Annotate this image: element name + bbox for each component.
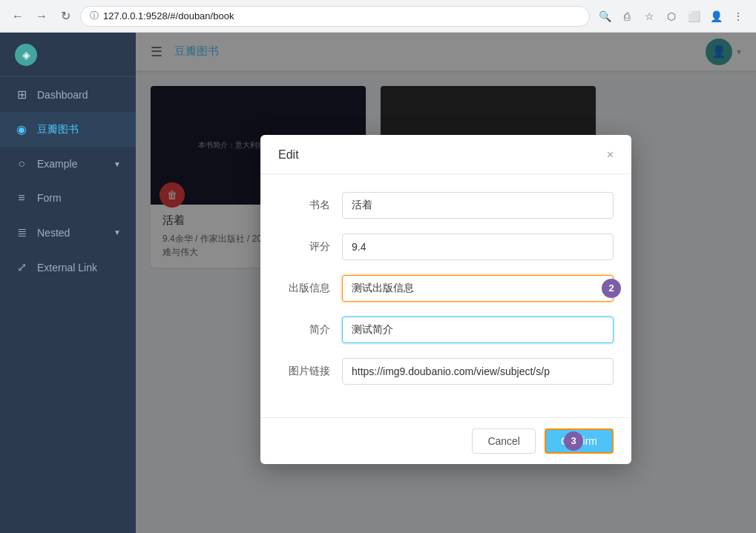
- sidebar-item-label: Dashboard: [37, 89, 88, 101]
- book-name-input[interactable]: [342, 192, 614, 219]
- modal-header: Edit ×: [260, 135, 631, 174]
- modal-title: Edit: [278, 148, 299, 162]
- extension-icon[interactable]: ⬡: [663, 7, 680, 25]
- sidebar-logo: ◈: [0, 33, 136, 77]
- sidebar-item-external[interactable]: ⤢ External Link: [0, 250, 136, 285]
- modal-footer: 3 Cancel Confirm: [260, 417, 631, 464]
- image-url-input[interactable]: [342, 358, 614, 385]
- back-button[interactable]: ←: [9, 7, 27, 25]
- sidebar-item-label: Example: [37, 158, 77, 170]
- publisher-label: 出版信息: [278, 282, 330, 295]
- chevron-down-icon: ▼: [114, 228, 121, 236]
- address-bar[interactable]: ⓘ 127.0.0.1:9528/#/douban/book: [80, 6, 590, 27]
- step-2-badge: 2: [602, 279, 621, 298]
- summary-label: 简介: [278, 323, 330, 337]
- book-name-label: 书名: [278, 199, 330, 212]
- image-url-row: 图片链接: [278, 358, 614, 385]
- sidebar-item-label: Form: [37, 192, 62, 204]
- sidebar-item-label: 豆瓣图书: [37, 123, 79, 136]
- rating-input[interactable]: [342, 234, 614, 260]
- sidebar-item-example[interactable]: ○ Example ▼: [0, 147, 136, 181]
- form-icon: ≡: [15, 191, 28, 205]
- sidebar-item-douban[interactable]: ◉ 豆瓣图书: [0, 112, 136, 147]
- rating-label: 评分: [278, 240, 330, 254]
- lock-icon: ⓘ: [90, 10, 99, 22]
- rating-row: 评分: [278, 234, 614, 260]
- chevron-down-icon: ▼: [114, 160, 121, 168]
- url-text: 127.0.0.1:9528/#/douban/book: [103, 10, 234, 21]
- modal-body: 书名 评分 出版信息 2: [260, 174, 631, 417]
- edit-modal: Edit × 书名 评分 出版信息: [260, 135, 631, 464]
- bookmark-icon[interactable]: ☆: [640, 7, 658, 25]
- profile-icon[interactable]: 👤: [707, 7, 725, 25]
- menu-icon[interactable]: ⋮: [729, 7, 747, 25]
- browser-chrome: ← → ↻ ⓘ 127.0.0.1:9528/#/douban/book 🔍 ⎙…: [0, 0, 756, 33]
- logo-icon: ◈: [15, 44, 37, 66]
- app-wrapper: ◈ ⊞ Dashboard ◉ 豆瓣图书 ○ Example ▼ ≡ Form …: [0, 33, 756, 533]
- nested-icon: ≣: [15, 225, 28, 239]
- sidebar-item-label: External Link: [37, 262, 97, 274]
- sidebar: ◈ ⊞ Dashboard ◉ 豆瓣图书 ○ Example ▼ ≡ Form …: [0, 33, 136, 533]
- sidebar-item-form[interactable]: ≡ Form: [0, 181, 136, 215]
- sidebar-item-dashboard[interactable]: ⊞ Dashboard: [0, 77, 136, 112]
- browser-actions: 🔍 ⎙ ☆ ⬡ ⬜ 👤 ⋮: [596, 7, 747, 25]
- share-icon[interactable]: ⎙: [618, 7, 636, 25]
- sidebar-item-label: Nested: [37, 227, 70, 239]
- cancel-button[interactable]: Cancel: [472, 428, 536, 454]
- reload-button[interactable]: ↻: [56, 7, 74, 25]
- publisher-row: 出版信息 2: [278, 275, 614, 302]
- modal-overlay: Edit × 书名 评分 出版信息: [136, 33, 756, 533]
- douban-icon: ◉: [15, 122, 28, 136]
- sidebar-item-nested[interactable]: ≣ Nested ▼: [0, 215, 136, 250]
- summary-row: 简介: [278, 317, 614, 343]
- summary-input[interactable]: [342, 317, 614, 343]
- book-name-row: 书名: [278, 192, 614, 219]
- main-content: ☰ 豆瓣图书 👤 ▾ 本书简介：意大利批判礼·卡佳文学奖 🗑 活着 9.4余华 …: [136, 33, 756, 533]
- example-icon: ○: [15, 157, 28, 171]
- step-3-badge: 3: [564, 431, 583, 451]
- window-icon[interactable]: ⬜: [685, 7, 703, 25]
- dashboard-icon: ⊞: [15, 87, 28, 102]
- search-icon[interactable]: 🔍: [596, 7, 614, 25]
- image-url-label: 图片链接: [278, 365, 330, 378]
- forward-button[interactable]: →: [33, 7, 50, 25]
- publisher-input[interactable]: [342, 275, 614, 302]
- modal-close-button[interactable]: ×: [607, 148, 614, 162]
- external-link-icon: ⤢: [15, 260, 28, 274]
